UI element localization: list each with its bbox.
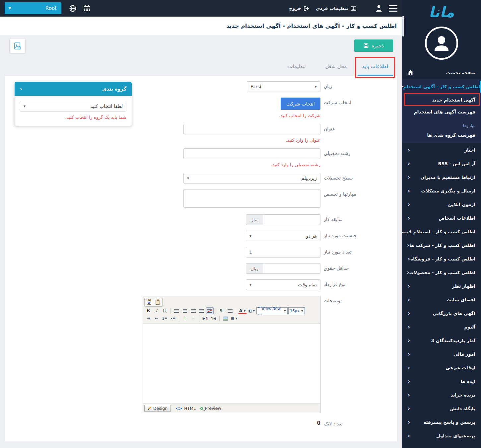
required-count-input[interactable] [246,247,320,258]
education-level-select[interactable]: زیردیپلم ▼ [183,173,320,184]
sidebar-menu-item[interactable]: اخبار ‹ [402,143,481,157]
sidebar-item-home[interactable]: صفحه نخست [402,66,481,79]
user-icon[interactable] [376,5,382,12]
align-center-icon[interactable] [181,307,189,314]
select-company-button[interactable]: انتخاب شرکت [281,98,320,110]
language-select[interactable]: Farsi ▼ [247,81,320,92]
tab-basic-info[interactable]: اطلاعات پایه [356,56,395,76]
sidebar-menu-item[interactable]: اظهار نظر ‹ [402,279,481,293]
sidebar-menu-item[interactable]: امور مالی ‹ [402,347,481,361]
chevron-left-icon: ‹ [408,283,410,289]
highlight-color-icon[interactable]: ◧ ▾ [247,307,256,314]
bold-icon[interactable]: B [144,307,152,314]
form-row-title: عنوان عنوان را وارد کنید. [5,124,397,143]
sidebar-menu-item[interactable]: اطلس کسب و کار - شرکت ها ‹ [402,238,481,252]
experience-input[interactable] [263,214,320,225]
bullet-list-icon[interactable]: •≡ [169,315,177,322]
sidebar-item-new-job-ad[interactable]: آگهی استخدام جدید [402,94,481,106]
italic-icon[interactable]: I [153,307,160,314]
sidebar-menu-item[interactable]: آلبوم ‹ [402,320,481,334]
sidebar-menu-item[interactable]: ‹ [402,442,481,448]
editor-mode-preview[interactable]: Preview [200,406,221,411]
save-button[interactable]: ذخیره [354,39,393,52]
sidebar-menu-item[interactable]: پایگاه دانش ‹ [402,402,481,415]
globe-icon[interactable] [69,5,76,12]
sidebar-menu-item[interactable]: بریده جراید ‹ [402,388,481,402]
sidebar-menu-item[interactable]: پرسشهای متداول ‹ [402,429,481,442]
sidebar-menu-item[interactable]: ایده ها ‹ [402,374,481,388]
collapse-chevron-icon[interactable]: ‹ [20,86,22,92]
outdent-icon[interactable]: ⇤ [153,315,160,322]
calendar-icon[interactable] [84,5,90,12]
sidebar-menu-item-label: پرسش و پاسخ پیشرفته [423,419,475,425]
form-row-study-field: رشته تحصیلی رشته تحصیلی را وارد کنید. [5,148,397,167]
sidebar-menu-item[interactable]: ارتباط مستقیم با مدیران ‹ [402,170,481,184]
top-bar: ▼ Root تنظیمات فردی خروج [0,0,402,17]
new-paragraph-icon[interactable]: ¶₊ [218,307,226,314]
align-none-icon[interactable] [206,307,214,314]
study-field-input[interactable] [183,148,320,159]
insert-link-icon[interactable]: ∞ [181,315,189,322]
paste-from-word-icon[interactable] [145,299,153,306]
gender-select[interactable]: هر دو ▼ [246,231,320,241]
form-row-education-level: سطح تحصیلات زیردیپلم ▼ [5,173,397,184]
remove-link-icon[interactable]: ∞ [189,315,197,322]
title-input[interactable] [183,124,320,134]
tab-strip: اطلاعات پایه محل شغل تنظیمات [0,56,402,76]
indent-icon[interactable]: ⇥ [144,315,152,322]
skills-textarea[interactable] [183,189,320,208]
editor-mode-html[interactable]: <> HTML [175,406,196,411]
logout-link[interactable]: خروج [289,6,309,11]
sidebar-menu-item[interactable]: اطلس کسب و کار - محصولات ‹ [402,265,481,279]
insert-table-icon[interactable]: ▦ ▾ [230,315,238,322]
page-title: اطلس کسب و کار - آگهی های استخدام - آگهی… [226,23,397,29]
sidebar-menu-item[interactable]: اطلاعات اشخاص ‹ [402,211,481,225]
root-dropdown[interactable]: ▼ Root [5,2,61,14]
sidebar-menu-item[interactable]: آمار بازدیدکنندگان 3 ‹ [402,334,481,347]
sidebar-menu-item[interactable]: آزمون آنلاین ‹ [402,197,481,211]
personal-settings-link[interactable]: تنظیمات فردی [316,6,356,11]
sidebar-menu-item[interactable]: آر اس اس - RSS ‹ [402,157,481,170]
tab-settings[interactable]: تنظیمات [277,56,316,76]
font-size-select[interactable]: 16px ▼ [288,307,305,314]
sidebar-menu-item[interactable]: اوقات شرعی ‹ [402,361,481,374]
line-spacing-icon[interactable] [226,307,234,314]
field-label: انتخاب شرکت [320,98,397,118]
sidebar-section-title[interactable]: اطلس کسب و کار - آگهی استخدام ‹ [402,79,481,94]
align-left-icon[interactable] [173,307,180,314]
contract-type-select[interactable]: تمام وقت ▼ [246,279,320,290]
sidebar-menu-item[interactable]: اطلس کسب و کار - استعلام قیمت ‹ [402,225,481,238]
paste-icon[interactable] [154,299,162,306]
tab-job-location[interactable]: محل شغل [316,56,356,76]
rtl-paragraph-icon[interactable]: ¶◀ [210,315,217,322]
underline-icon[interactable]: U [161,307,169,314]
field-label: جنسیت مورد نیاز [320,231,397,241]
sidebar-menu-item[interactable]: پرسش و پاسخ پیشرفته ‹ [402,415,481,429]
sidebar-active-section: اطلس کسب و کار - آگهی استخدام ‹ آگهی است… [402,79,481,143]
sidebar-menu-item[interactable]: اعضای سایت ‹ [402,293,481,306]
sidebar-item-groupings-list[interactable]: فهرست گروه بندی ها [402,130,481,140]
sidebar-scrollbar[interactable] [402,16,404,37]
align-right-icon[interactable] [189,307,197,314]
editor-canvas[interactable] [143,324,320,404]
ordered-list-icon[interactable]: 1≡ [161,315,169,322]
insert-image-icon[interactable] [222,315,229,322]
avatar[interactable] [425,27,458,60]
mana-logo[interactable]: مانا [402,3,481,22]
align-justify-icon[interactable] [198,307,205,314]
export-icon [14,42,21,50]
chevron-left-icon: ‹ [408,310,410,317]
min-salary-input[interactable] [263,263,320,274]
ltr-paragraph-icon[interactable]: ▶¶ [201,315,209,322]
menu-toggle-icon[interactable] [389,5,397,12]
editor-mode-design[interactable]: Design [144,405,171,412]
export-button[interactable] [10,39,25,53]
sidebar-item-job-ads-list[interactable]: فهرست آگهی های استخدام [402,106,481,118]
sidebar-menu-item[interactable]: اطلس کسب و کار - فروشگاه ‹ [402,252,481,265]
sidebar-menu-item[interactable]: آگهی های بازرگانی ‹ [402,306,481,320]
font-color-icon[interactable]: A ▾ [238,307,247,314]
sidebar-menu-item-label: آلبوم [464,324,475,330]
sidebar-menu-item[interactable]: ارسال و پیگیری مشکلات ‹ [402,184,481,197]
grouping-select[interactable]: لطفا انتخاب کنید ▼ [20,101,126,112]
font-family-select[interactable]: "Times New ... ▼ [256,307,288,314]
